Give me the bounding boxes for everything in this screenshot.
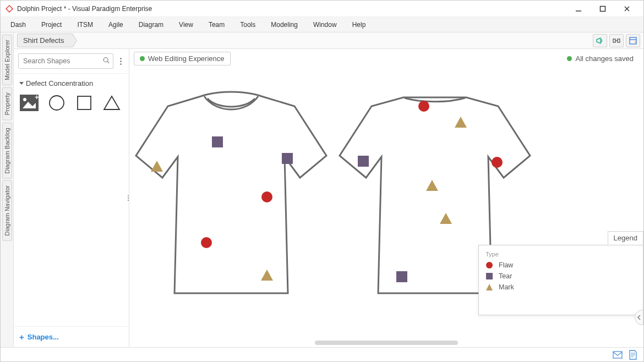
search-options-icon[interactable] [117, 58, 124, 65]
save-status-label: All changes saved [575, 54, 634, 63]
defect-flaw[interactable] [201, 237, 212, 248]
shape-tools-row: + [14, 91, 129, 117]
svg-rect-3 [601, 6, 605, 11]
svg-rect-7 [618, 39, 620, 42]
title-bar: Dolphin Project * - Visual Paradigm Ente… [1, 1, 643, 17]
panel-header-defect-concentration[interactable]: Defect Concentration [14, 73, 129, 91]
legend-label: Mark [499, 283, 514, 291]
menu-window[interactable]: Window [305, 17, 345, 32]
breadcrumb-bar: Shirt Defects + [14, 32, 643, 49]
breadcrumb[interactable]: Shirt Defects [17, 34, 73, 47]
status-bar [1, 347, 643, 361]
legend-row-tear: Tear [485, 271, 636, 282]
window-title: Dolphin Project * - Visual Paradigm Ente… [17, 5, 152, 13]
add-shapes-label: Shapes... [28, 333, 59, 341]
canvas-area: Web Editing Experience All changes saved [129, 49, 643, 347]
svg-rect-6 [613, 39, 615, 42]
menu-dash[interactable]: Dash [3, 17, 34, 32]
shape-circle-tool[interactable] [46, 93, 68, 113]
menu-tools[interactable]: Tools [232, 17, 263, 32]
status-dot-icon [567, 56, 572, 61]
shapes-sidebar: Defect Concentration + [14, 49, 129, 347]
svg-point-15 [23, 98, 26, 101]
defect-tear[interactable] [282, 153, 293, 164]
svg-marker-20 [104, 96, 119, 109]
window-maximize-button[interactable] [591, 1, 615, 17]
svg-point-21 [486, 262, 493, 268]
search-shapes-box [18, 53, 113, 69]
legend-panel[interactable]: Legend Type Flaw Tear [478, 245, 643, 315]
svg-point-18 [50, 96, 64, 110]
legend-tab[interactable]: Legend [608, 231, 643, 245]
shape-square-tool[interactable] [73, 93, 95, 113]
legend-label: Tear [499, 272, 512, 280]
menu-project[interactable]: Project [34, 17, 69, 32]
legend-swatch-square-icon [485, 272, 493, 280]
svg-rect-22 [486, 273, 493, 279]
defect-flaw[interactable] [492, 157, 503, 168]
menu-help[interactable]: Help [345, 17, 374, 32]
note-icon[interactable] [628, 350, 638, 360]
legend-row-mark: Mark [485, 282, 636, 293]
dock-tab-model-explorer[interactable]: Model Explorer [2, 35, 12, 85]
defect-tear[interactable] [212, 136, 223, 147]
plus-icon: + [19, 332, 24, 342]
window-close-button[interactable] [615, 1, 639, 17]
search-input[interactable] [18, 53, 113, 69]
legend-swatch-circle-icon [485, 261, 493, 269]
legend-group-title: Type [485, 251, 636, 257]
defect-flaw[interactable] [418, 101, 429, 112]
dock-tab-diagram-navigator[interactable]: Diagram Navigator [2, 180, 12, 241]
status-dot-icon [140, 56, 145, 61]
svg-text:+: + [634, 40, 637, 45]
svg-rect-19 [78, 96, 91, 109]
menu-view[interactable]: View [171, 17, 201, 32]
svg-rect-24 [613, 352, 622, 358]
legend-row-flaw: Flaw [485, 260, 636, 271]
defect-flaw[interactable] [261, 191, 272, 202]
add-shapes-button[interactable]: + Shapes... [19, 332, 123, 342]
legend-swatch-triangle-icon [485, 283, 493, 291]
menu-itsm[interactable]: ITSM [69, 17, 101, 32]
shape-triangle-tool[interactable] [101, 93, 123, 113]
right-collapse-handle[interactable] [635, 310, 643, 325]
menu-team[interactable]: Team [201, 17, 232, 32]
menu-agile[interactable]: Agile [101, 17, 131, 32]
editing-status-chip[interactable]: Web Editing Experience [134, 52, 231, 65]
defect-tear[interactable] [358, 156, 369, 167]
legend-label: Flaw [499, 261, 513, 269]
defect-tear[interactable] [396, 271, 407, 282]
announce-icon[interactable] [593, 34, 607, 47]
caret-down-icon [19, 82, 24, 85]
shape-image-tool[interactable]: + [18, 93, 40, 113]
menu-bar: Dash Project ITSM Agile Diagram View Tea… [1, 17, 643, 32]
svg-text:+: + [35, 94, 39, 101]
panel-add-icon[interactable]: + [626, 34, 640, 47]
svg-marker-23 [486, 284, 493, 290]
window-minimize-button[interactable] [566, 1, 591, 17]
menu-diagram[interactable]: Diagram [131, 17, 171, 32]
save-status-chip: All changes saved [561, 52, 639, 65]
editing-status-label: Web Editing Experience [148, 54, 225, 63]
diagram-canvas[interactable]: Legend Type Flaw Tear [129, 68, 643, 347]
left-dock: Model Explorer Property Diagram Backlog … [1, 32, 14, 347]
menu-modeling[interactable]: Modeling [263, 17, 305, 32]
dock-tab-diagram-backlog[interactable]: Diagram Backlog [2, 123, 12, 179]
layout-icon[interactable] [609, 34, 624, 47]
dock-tab-property[interactable]: Property [2, 87, 12, 120]
tshirt-front[interactable] [135, 90, 328, 304]
panel-title: Defect Concentration [26, 79, 93, 87]
app-logo-icon [5, 4, 14, 13]
horizontal-scrollbar[interactable] [315, 341, 458, 345]
mail-icon[interactable] [613, 350, 623, 360]
